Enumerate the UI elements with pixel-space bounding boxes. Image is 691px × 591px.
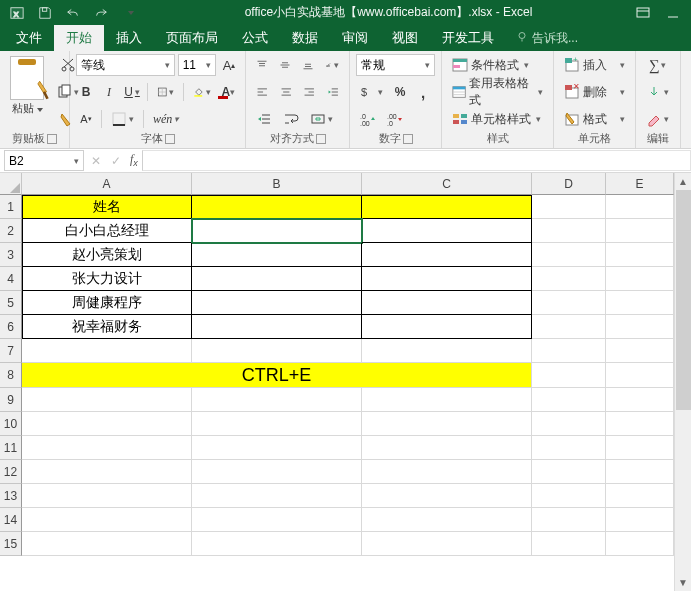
column-header-C[interactable]: C <box>362 173 532 195</box>
row-header-15[interactable]: 15 <box>0 532 22 556</box>
column-header-E[interactable]: E <box>606 173 674 195</box>
cell-C5[interactable] <box>362 291 532 315</box>
align-left-icon[interactable] <box>252 81 273 103</box>
column-header-B[interactable]: B <box>192 173 362 195</box>
cell-B1[interactable] <box>192 195 362 219</box>
number-dialog-launcher-icon[interactable] <box>403 134 413 144</box>
font-name-combo[interactable]: 等线▾ <box>76 54 175 76</box>
cell-E4[interactable] <box>606 267 674 291</box>
cell-D2[interactable] <box>532 219 606 243</box>
tab-开始[interactable]: 开始 <box>54 25 104 51</box>
align-top-icon[interactable] <box>252 54 272 76</box>
cell-C3[interactable] <box>362 243 532 267</box>
cell-B14[interactable] <box>192 508 362 532</box>
cell-C1[interactable] <box>362 195 532 219</box>
border-button[interactable]: ▾ <box>153 81 179 103</box>
cell-D9[interactable] <box>532 388 606 412</box>
accounting-format-icon[interactable]: $▾ <box>356 81 387 103</box>
cell-B6[interactable] <box>192 315 362 339</box>
cell-D15[interactable] <box>532 532 606 556</box>
tab-公式[interactable]: 公式 <box>230 25 280 51</box>
bold-button[interactable]: B <box>76 81 96 103</box>
cell-A15[interactable] <box>22 532 192 556</box>
autosum-icon[interactable]: ∑▾ <box>642 54 673 76</box>
cell-B2[interactable] <box>192 219 362 243</box>
increase-indent-icon[interactable] <box>252 108 276 130</box>
cell-E5[interactable] <box>606 291 674 315</box>
cell-C14[interactable] <box>362 508 532 532</box>
format-as-table-button[interactable]: 套用表格格式▾ <box>448 81 547 103</box>
cell-D7[interactable] <box>532 339 606 363</box>
delete-cells-button[interactable]: ✕删除▾ <box>560 81 629 103</box>
fx-icon[interactable]: fx <box>126 152 142 168</box>
conditional-format-button[interactable]: 条件格式▾ <box>448 54 547 76</box>
cell-E11[interactable] <box>606 436 674 460</box>
cell-A11[interactable] <box>22 436 192 460</box>
number-format-combo[interactable]: 常规▾ <box>356 54 435 76</box>
cell-A7[interactable] <box>22 339 192 363</box>
cell-C9[interactable] <box>362 388 532 412</box>
align-center-icon[interactable] <box>276 81 297 103</box>
cell-styles-button[interactable]: 单元格样式▾ <box>448 108 547 130</box>
cell-D3[interactable] <box>532 243 606 267</box>
cell-A14[interactable] <box>22 508 192 532</box>
alignment-dialog-launcher-icon[interactable] <box>316 134 326 144</box>
cell-D6[interactable] <box>532 315 606 339</box>
cell-D13[interactable] <box>532 484 606 508</box>
orientation-icon[interactable]: ab▾ <box>321 54 343 76</box>
cell-E6[interactable] <box>606 315 674 339</box>
cell-E15[interactable] <box>606 532 674 556</box>
row-header-7[interactable]: 7 <box>0 339 22 363</box>
insert-cells-button[interactable]: +插入▾ <box>560 54 629 76</box>
cell-B4[interactable] <box>192 267 362 291</box>
cell-E1[interactable] <box>606 195 674 219</box>
column-header-A[interactable]: A <box>22 173 192 195</box>
clear-icon[interactable]: ▾ <box>642 108 673 130</box>
column-header-D[interactable]: D <box>532 173 606 195</box>
tab-页面布局[interactable]: 页面布局 <box>154 25 230 51</box>
row-header-9[interactable]: 9 <box>0 388 22 412</box>
cell-E12[interactable] <box>606 460 674 484</box>
cell-E2[interactable] <box>606 219 674 243</box>
tell-me[interactable]: 告诉我... <box>516 25 578 51</box>
font-dialog-launcher-icon[interactable] <box>165 134 175 144</box>
cell-E7[interactable] <box>606 339 674 363</box>
vertical-scrollbar[interactable]: ▲ ▼ <box>674 173 691 591</box>
cell-D10[interactable] <box>532 412 606 436</box>
increase-decimal-icon[interactable]: .0.00 <box>356 108 380 130</box>
clipboard-dialog-launcher-icon[interactable] <box>47 134 57 144</box>
cell-C7[interactable] <box>362 339 532 363</box>
name-box-input[interactable] <box>9 154 61 168</box>
cell-A4[interactable]: 张大力设计 <box>22 267 192 291</box>
italic-button[interactable]: I <box>99 81 119 103</box>
redo-icon[interactable] <box>88 3 114 23</box>
align-right-icon[interactable] <box>299 81 320 103</box>
cell-E8[interactable] <box>606 363 674 388</box>
row-header-5[interactable]: 5 <box>0 291 22 315</box>
cell-D11[interactable] <box>532 436 606 460</box>
row-header-8[interactable]: 8 <box>0 363 22 388</box>
cell-C11[interactable] <box>362 436 532 460</box>
scroll-up-icon[interactable]: ▲ <box>675 173 691 190</box>
font-color-button[interactable]: A▾ <box>218 81 239 103</box>
percent-format-icon[interactable]: % <box>390 81 410 103</box>
cell-C12[interactable] <box>362 460 532 484</box>
cell-A9[interactable] <box>22 388 192 412</box>
cell-D4[interactable] <box>532 267 606 291</box>
cell-A6[interactable]: 祝幸福财务 <box>22 315 192 339</box>
cells-area[interactable]: 姓名白小白总经理赵小亮策划张大力设计周健康程序祝幸福财务CTRL+E <box>22 195 674 556</box>
cell-B13[interactable] <box>192 484 362 508</box>
minimize-icon[interactable] <box>665 5 681 21</box>
cell-B11[interactable] <box>192 436 362 460</box>
select-all-corner[interactable] <box>0 173 22 195</box>
underline-button[interactable]: U▾ <box>122 81 142 103</box>
cell-B5[interactable] <box>192 291 362 315</box>
font-size-combo[interactable]: 11▾ <box>178 54 216 76</box>
row-header-11[interactable]: 11 <box>0 436 22 460</box>
cell-B9[interactable] <box>192 388 362 412</box>
row-header-10[interactable]: 10 <box>0 412 22 436</box>
align-middle-icon[interactable] <box>275 54 295 76</box>
cell-C4[interactable] <box>362 267 532 291</box>
merge-center-icon[interactable]: ▾ <box>306 108 337 130</box>
cell-B3[interactable] <box>192 243 362 267</box>
